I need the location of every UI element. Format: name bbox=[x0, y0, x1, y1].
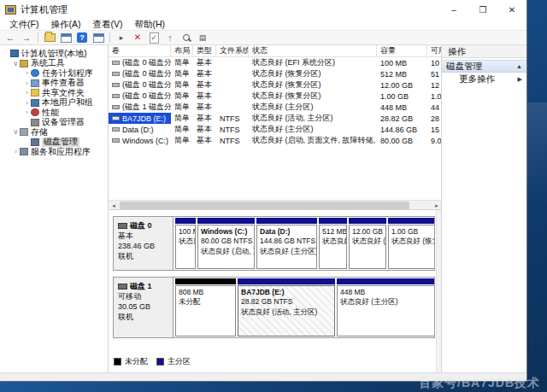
volume-icon bbox=[112, 83, 120, 87]
tree-item-shared-folders[interactable]: › 共享文件夹 bbox=[0, 88, 108, 98]
table-row[interactable]: (磁盘 0 磁盘分区 5) 简单 基本 状态良好 (恢复分区) 512 MB 5… bbox=[109, 68, 442, 79]
window-icon bbox=[61, 33, 72, 43]
tree-item-disk-management[interactable]: 磁盘管理 bbox=[0, 137, 108, 148]
forward-icon[interactable]: → bbox=[20, 32, 33, 44]
toolbar-separator bbox=[38, 32, 38, 43]
horizontal-scrollbar[interactable]: ◂ ▸ bbox=[109, 200, 442, 210]
actions-disk-management[interactable]: 磁盘管理 ▲ bbox=[442, 60, 526, 73]
desktop: 计算机管理 – ❐ ✕ 文件(F) 操作(A) 查看(V) 帮助(H) ← → … bbox=[0, 0, 547, 392]
disk-1-partitions: 808 MB 未分配 BA7JDB (E:) 28.82 GB NTFS 状态良… bbox=[174, 278, 434, 337]
partition-windows-c[interactable]: Windows (C:) 80.00 GB NTFS 状态良好 (启动, 页面文… bbox=[197, 218, 255, 269]
toolbar: ← → ? ▸ ✕ ✓ ↑ ▤ bbox=[0, 31, 526, 45]
volume-icon bbox=[112, 72, 120, 76]
main-area: 计算机管理(本地) ∨ 系统工具 › 任务计划程序 › 事件查看器 bbox=[0, 45, 526, 372]
actions-title: 操作 bbox=[442, 45, 526, 58]
partition-recovery-1gb[interactable]: 1.00 GB 状态良好 (恢复分区) bbox=[388, 218, 434, 269]
partition-unallocated[interactable]: 808 MB 未分配 bbox=[175, 278, 236, 336]
col-free-space[interactable]: 可用空间 bbox=[427, 45, 442, 56]
action-pane-icon[interactable] bbox=[91, 32, 105, 44]
minimize-button[interactable]: – bbox=[439, 0, 468, 19]
collapse-icon[interactable]: ▲ bbox=[516, 63, 522, 69]
table-row[interactable]: Windows (C:) 简单 基本 NTFS 状态良好 (启动, 页面文件, … bbox=[109, 135, 442, 146]
table-row-selected[interactable]: BA7JDB (E:) 简单 基本 NTFS 状态良好 (活动, 主分区) 28… bbox=[109, 113, 442, 124]
computer-icon bbox=[10, 50, 19, 57]
tree-item-storage[interactable]: ∨ 存储 bbox=[0, 127, 108, 137]
col-status[interactable]: 状态 bbox=[249, 45, 377, 56]
disk-1-label[interactable]: 磁盘 1 可移动 30.05 GB 联机 bbox=[114, 278, 174, 337]
unallocated-swatch bbox=[114, 358, 121, 366]
partition-448mb[interactable]: 448 MB 状态良好 (主分区) bbox=[337, 278, 434, 336]
tree-item-task-scheduler[interactable]: › 任务计划程序 bbox=[0, 68, 108, 79]
actions-pane: 操作 磁盘管理 ▲ 更多操作 ▶ bbox=[441, 45, 526, 372]
more-actions-item[interactable]: 更多操作 ▶ bbox=[442, 73, 526, 86]
table-row[interactable]: (磁盘 0 磁盘分区 1) 简单 基本 状态良好 (EFI 系统分区) 100 … bbox=[109, 57, 442, 68]
menu-file[interactable]: 文件(F) bbox=[3, 19, 44, 31]
folder-icon bbox=[44, 33, 56, 42]
volume-icon bbox=[112, 105, 120, 109]
volume-list: 卷 布局 类型 文件系统 状态 容量 可用空间 (磁盘 0 磁盘分区 1) 简单… bbox=[109, 45, 442, 200]
partition-ba7jdb-e-selected[interactable]: BA7JDB (E:) 28.82 GB NTFS 状态良好 (活动, 主分区) bbox=[238, 278, 335, 336]
partition-recovery-512mb[interactable]: 512 MB 状态良好 (恢复分区) bbox=[319, 218, 347, 269]
menu-help[interactable]: 帮助(H) bbox=[128, 19, 171, 31]
chevron-right-icon: ▶ bbox=[518, 76, 522, 83]
menu-action[interactable]: 操作(A) bbox=[44, 19, 86, 31]
col-capacity[interactable]: 容量 bbox=[377, 45, 427, 56]
disk-0-label[interactable]: 磁盘 0 基本 238.46 GB 联机 bbox=[114, 217, 174, 270]
tree-item-event-viewer[interactable]: › 事件查看器 bbox=[0, 79, 108, 89]
table-row[interactable]: Data (D:) 简单 基本 NTFS 状态良好 (主分区) 144.86 G… bbox=[109, 124, 442, 135]
event-viewer-icon bbox=[31, 79, 39, 87]
computer-management-window: 计算机管理 – ❐ ✕ 文件(F) 操作(A) 查看(V) 帮助(H) ← → … bbox=[0, 0, 527, 382]
tree-item-system-tools[interactable]: ∨ 系统工具 bbox=[0, 59, 108, 69]
disk-1-row: 磁盘 1 可移动 30.05 GB 联机 808 MB bbox=[113, 277, 435, 338]
toolbar-separator bbox=[109, 32, 110, 43]
menu-bar: 文件(F) 操作(A) 查看(V) 帮助(H) bbox=[0, 19, 526, 31]
tree-item-services-apps[interactable]: › 服务和应用程序 bbox=[0, 147, 108, 157]
back-icon[interactable]: ← bbox=[3, 32, 17, 44]
table-row[interactable]: (磁盘 0 磁盘分区 7) 简单 基本 状态良好 (恢复分区) 1.00 GB … bbox=[109, 91, 442, 102]
col-type[interactable]: 类型 bbox=[193, 45, 216, 56]
table-row[interactable]: (磁盘 1 磁盘分区 2) 简单 基本 状态良好 (主分区) 448 MB 44 bbox=[109, 102, 442, 113]
details-icon[interactable]: ▤ bbox=[196, 32, 209, 44]
tree-item-computer-management[interactable]: 计算机管理(本地) bbox=[0, 49, 108, 59]
partition-recovery-12gb[interactable]: 12.00 GB 状态良好 (恢复分区) bbox=[349, 218, 386, 269]
table-row[interactable]: (磁盘 0 磁盘分区 6) 简单 基本 状态良好 (恢复分区) 12.00 GB… bbox=[109, 79, 442, 91]
graphical-view: 磁盘 0 基本 238.46 GB 联机 100 MB bbox=[109, 210, 442, 372]
menu-view[interactable]: 查看(V) bbox=[86, 19, 128, 31]
device-manager-icon bbox=[31, 119, 39, 126]
scrollbar-thumb[interactable] bbox=[120, 202, 409, 209]
users-icon bbox=[31, 99, 39, 107]
col-filesystem[interactable]: 文件系统 bbox=[216, 45, 249, 56]
partition-data-d[interactable]: Data (D:) 144.86 GB NTFS 状态良好 (主分区) bbox=[256, 218, 317, 269]
find-icon[interactable] bbox=[179, 32, 193, 44]
console-tree-icon[interactable] bbox=[43, 32, 56, 44]
legend-primary-partition: 主分区 bbox=[156, 356, 191, 367]
scroll-left-icon[interactable]: ◂ bbox=[109, 201, 119, 210]
col-volume[interactable]: 卷 bbox=[109, 45, 171, 56]
properties-icon[interactable]: ✓ bbox=[147, 32, 161, 44]
tree-item-device-manager[interactable]: 设备管理器 bbox=[0, 118, 108, 128]
volume-icon bbox=[112, 116, 120, 120]
tree-item-local-users[interactable]: › 本地用户和组 bbox=[0, 98, 108, 108]
primary-partition-bar bbox=[388, 218, 434, 224]
volume-icon bbox=[112, 94, 120, 98]
primary-partition-bar bbox=[349, 218, 386, 224]
tree-item-performance[interactable]: › 性能 bbox=[0, 108, 108, 118]
primary-partition-bar bbox=[175, 218, 196, 224]
close-button[interactable]: ✕ bbox=[497, 0, 526, 19]
primary-partition-bar bbox=[337, 278, 434, 284]
delete-volume-icon[interactable]: ✕ bbox=[131, 32, 144, 44]
primary-partition-bar bbox=[256, 218, 317, 224]
storage-icon bbox=[20, 128, 28, 136]
title-bar[interactable]: 计算机管理 – ❐ ✕ bbox=[0, 0, 526, 19]
partition-efi[interactable]: 100 MB 状态良好 (EFI 系统分区) bbox=[175, 218, 196, 269]
refresh-icon[interactable]: ↑ bbox=[163, 32, 177, 44]
console-window-icon[interactable] bbox=[59, 32, 73, 44]
primary-partition-bar bbox=[238, 278, 335, 284]
console-tree: 计算机管理(本地) ∨ 系统工具 › 任务计划程序 › 事件查看器 bbox=[0, 45, 109, 372]
maximize-button[interactable]: ❐ bbox=[468, 0, 497, 19]
col-layout[interactable]: 布局 bbox=[171, 45, 193, 56]
help-icon[interactable]: ? bbox=[75, 32, 89, 44]
popup-menu-icon[interactable]: ▸ bbox=[115, 32, 128, 44]
disk-0-partitions: 100 MB 状态良好 (EFI 系统分区) Windows (C:) 80.0… bbox=[174, 217, 434, 270]
disk-0-row: 磁盘 0 基本 238.46 GB 联机 100 MB bbox=[113, 216, 435, 271]
